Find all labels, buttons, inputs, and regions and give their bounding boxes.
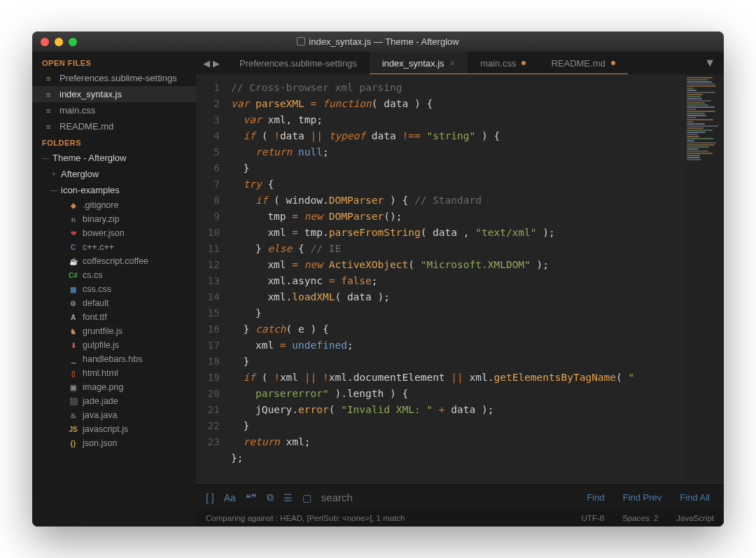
file-tree-item[interactable]: JSjavascript.js	[32, 422, 196, 436]
inselection-icon[interactable]: ▢	[302, 492, 312, 503]
status-indent[interactable]: Spaces: 2	[622, 514, 658, 522]
editor-tab[interactable]: main.css	[468, 52, 538, 74]
file-tree-item[interactable]: ⎌binary.zip	[32, 212, 196, 226]
collapse-icon: —	[42, 154, 49, 162]
file-tree-item[interactable]: ⚙default	[32, 296, 196, 310]
code-area[interactable]: // Cross-browser xml parsingvar parseXML…	[227, 74, 685, 484]
file-name: gulpfile.js	[83, 340, 119, 350]
tab-label: main.css	[480, 58, 516, 69]
search-bar: [ ] Aa ❝❞ ⧉ ☰ ▢ Find Find Prev Find All	[196, 484, 724, 510]
main-area: ◀ ▶ Preferences.sublime-settingsindex_sy…	[196, 52, 724, 526]
quote-icon[interactable]: ❝❞	[246, 492, 257, 503]
file-name: image.png	[83, 382, 123, 392]
app-window: index_syntax.js — Theme - Afterglow OPEN…	[32, 32, 724, 526]
fullscreen-window-button[interactable]	[69, 38, 77, 46]
file-tree-item[interactable]: ♞gruntfile.js	[32, 324, 196, 338]
status-left: Comparing against : HEAD, [PerlSub: <non…	[206, 514, 405, 522]
file-tree-item[interactable]: ▦css.css	[32, 282, 196, 296]
close-window-button[interactable]	[41, 38, 49, 46]
folder-afterglow[interactable]: +Afterglow	[32, 166, 196, 182]
collapse-icon: —	[50, 186, 57, 194]
editor-tab[interactable]: README.md	[538, 52, 627, 74]
file-tree-item[interactable]: ☕coffescript.coffee	[32, 254, 196, 268]
file-tree-item[interactable]: ⬇gulpfile.js	[32, 338, 196, 352]
file-tree-item[interactable]: ♨java.java	[32, 408, 196, 422]
file-name: json.json	[83, 438, 117, 448]
file-tree-item[interactable]: ⬛jade.jade	[32, 394, 196, 408]
nav-back-icon[interactable]: ◀	[203, 58, 210, 69]
file-name: Preferences.sublime-settings	[59, 73, 177, 83]
status-bar: Comparing against : HEAD, [PerlSub: <non…	[196, 510, 724, 526]
regex-icon[interactable]: [ ]	[206, 492, 214, 503]
search-input[interactable]	[321, 491, 573, 503]
file-tree-item[interactable]: {}json.json	[32, 436, 196, 450]
dirty-indicator-icon	[522, 61, 526, 65]
open-files-header: OPEN FILES	[32, 55, 196, 70]
editor[interactable]: 1234567891011121314151617181920212223 //…	[196, 74, 724, 484]
filetype-icon: C#	[69, 271, 78, 280]
titlebar[interactable]: index_syntax.js — Theme - Afterglow	[32, 32, 724, 52]
file-tree-item[interactable]: Afont.ttf	[32, 310, 196, 324]
file-tree-item[interactable]: ⎯handlebars.hbs	[32, 352, 196, 366]
file-name: coffescript.coffee	[83, 256, 148, 266]
file-icon: ≡	[46, 74, 55, 83]
file-name: bower.json	[83, 228, 125, 238]
file-tree-item[interactable]: Cc++.c++	[32, 240, 196, 254]
status-encoding[interactable]: UTF-8	[582, 514, 605, 522]
file-tree-item[interactable]: ▯html.html	[32, 366, 196, 380]
open-file-item[interactable]: ≡Preferences.sublime-settings	[32, 70, 196, 86]
filetype-icon: A	[69, 313, 78, 322]
editor-tab[interactable]: index_syntax.js×	[370, 52, 468, 74]
file-name: javascript.js	[83, 424, 128, 434]
file-name: html.html	[83, 368, 118, 378]
open-file-item[interactable]: ≡README.md	[32, 118, 196, 134]
case-sensitive-icon[interactable]: Aa	[224, 492, 236, 503]
wrap-icon[interactable]: ☰	[284, 492, 293, 503]
file-tree-item[interactable]: ▣image.png	[32, 380, 196, 394]
filetype-icon: JS	[69, 425, 78, 434]
status-syntax[interactable]: JavaScript	[676, 514, 714, 522]
file-icon: ≡	[46, 106, 55, 115]
file-icon: ≡	[46, 123, 55, 131]
folders-header: FOLDERS	[32, 134, 196, 150]
nav-forward-icon[interactable]: ▶	[213, 58, 220, 69]
open-file-item[interactable]: ≡index_syntax.js	[32, 86, 196, 102]
minimap[interactable]	[685, 74, 724, 484]
file-icon	[297, 37, 305, 46]
filetype-icon: ⎯	[69, 355, 78, 364]
filetype-icon: ⬛	[69, 397, 78, 406]
filetype-icon: ♨	[69, 411, 78, 420]
file-name: gruntfile.js	[83, 326, 122, 336]
minimize-window-button[interactable]	[55, 38, 63, 46]
tab-label: Preferences.sublime-settings	[239, 58, 357, 69]
file-tree-item[interactable]: ❤bower.json	[32, 226, 196, 240]
editor-tab[interactable]: Preferences.sublime-settings	[227, 52, 370, 74]
open-file-item[interactable]: ≡main.css	[32, 102, 196, 118]
file-name: handlebars.hbs	[83, 354, 142, 364]
filetype-icon: ♞	[69, 327, 78, 336]
dirty-indicator-icon	[611, 61, 615, 65]
filetype-icon: C	[69, 243, 78, 252]
file-icon: ≡	[46, 90, 55, 99]
folder-icon-examples[interactable]: —icon-examples	[32, 182, 196, 198]
find-all-button[interactable]: Find All	[676, 492, 714, 503]
filetype-icon: ▯	[69, 369, 78, 378]
tab-bar: ◀ ▶ Preferences.sublime-settingsindex_sy…	[196, 52, 724, 74]
file-tree-item[interactable]: C#cs.cs	[32, 268, 196, 282]
filetype-icon: ☕	[69, 257, 78, 266]
filetype-icon: ▣	[69, 383, 78, 392]
file-name: binary.zip	[83, 214, 120, 224]
close-tab-icon[interactable]: ×	[450, 58, 456, 69]
filetype-icon: ◆	[69, 201, 78, 210]
sidebar[interactable]: OPEN FILES ≡Preferences.sublime-settings…	[32, 52, 196, 526]
folder-root[interactable]: —Theme - Afterglow	[32, 150, 196, 166]
tab-overflow-button[interactable]: ▼	[696, 52, 724, 74]
find-button[interactable]: Find	[582, 492, 608, 503]
file-name: font.ttf	[83, 312, 107, 322]
file-tree-item[interactable]: ◆.gitignore	[32, 198, 196, 212]
find-prev-button[interactable]: Find Prev	[619, 492, 666, 503]
tab-history-nav: ◀ ▶	[196, 52, 227, 74]
expand-icon: +	[50, 170, 57, 178]
file-name: .gitignore	[83, 200, 118, 210]
link-icon[interactable]: ⧉	[267, 491, 274, 503]
